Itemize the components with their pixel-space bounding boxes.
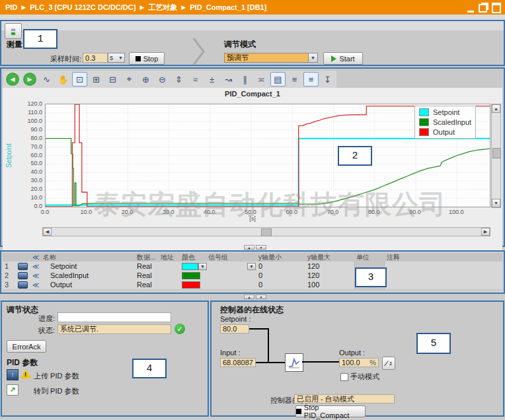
curve-ymin[interactable]: 0 (256, 262, 305, 271)
chart-horizontal-scrollbar[interactable]: ◀ ▶ (42, 227, 490, 236)
forward-icon[interactable]: ▶ (23, 73, 36, 86)
curve-marks-icon[interactable]: ↝ (221, 72, 236, 87)
error-ack-button[interactable]: ErrorAck (7, 340, 46, 353)
monitor-glasses-icon: ≪ (32, 272, 38, 279)
setpoint-field[interactable]: 80.0 (220, 324, 249, 333)
ruler-values-icon[interactable]: ± (204, 72, 219, 87)
vertical-rulers-icon[interactable]: ∥ (237, 72, 252, 87)
curve-ymax[interactable]: 120 (305, 271, 354, 280)
splitter-expand-down-button[interactable]: ▼ (256, 295, 266, 299)
vertical-scroll-thumb[interactable] (492, 148, 501, 158)
y-tick-label: 50.0 (22, 160, 42, 166)
output-field[interactable]: 100.0 % (339, 358, 379, 367)
col-header-color[interactable]: 颜色 (180, 253, 206, 262)
sampling-unit-value: s (110, 54, 113, 61)
progress-label: 进度: (28, 314, 55, 324)
curve-color-swatch[interactable] (182, 272, 200, 279)
tag-icon (18, 281, 28, 289)
status-field: 系统已调节. (58, 324, 171, 334)
align-left-icon[interactable]: ≡ (287, 72, 302, 87)
measurement-stop-button[interactable]: Stop (129, 52, 165, 65)
signal-line (249, 328, 269, 330)
monitor-toggle-button[interactable]: ∞ (5, 23, 22, 39)
horizontal-rulers-icon[interactable]: ≍ (254, 72, 269, 87)
zoom-original-icon[interactable]: ⌖ (122, 72, 137, 87)
manual-mode-checkbox[interactable] (340, 373, 348, 381)
signal-group-dropdown-button[interactable]: ▼ (247, 263, 256, 270)
align-right-icon[interactable]: ≡ (303, 72, 319, 87)
col-header-datatype[interactable]: 数据... (135, 253, 159, 262)
scroll-right-button[interactable]: ▶ (481, 228, 490, 236)
col-header-name[interactable]: 名称 (41, 253, 135, 262)
tuning-mode-select[interactable]: 预调节 (224, 53, 309, 63)
fit-vertical-icon[interactable]: ⇕ (171, 72, 186, 87)
breadcrumb-item-plc[interactable]: PLC_3 [CPU 1212C DC/DC/DC] (30, 3, 136, 11)
maximize-icon[interactable] (492, 3, 501, 13)
curve-ymin[interactable]: 0 (256, 271, 305, 280)
monitor-glasses-icon: ≪ (32, 281, 38, 289)
curve-color-swatch[interactable] (182, 281, 200, 289)
legend-swatch (419, 128, 429, 136)
col-header-signal-group[interactable]: 信号组 (206, 253, 256, 262)
splitter-collapse-up-button[interactable]: ▲ (244, 245, 254, 250)
curve-ymin[interactable]: 0 (256, 280, 305, 289)
callout-5: 5 (416, 333, 451, 354)
table-row[interactable]: 2 ≪ ScaledInput Real 0 120 (3, 271, 502, 281)
zoom-select-icon[interactable]: ⊡ (72, 72, 87, 87)
curve-ymax[interactable]: 120 (305, 262, 354, 271)
table-row[interactable]: 3 ≪ Output Real 0 100 (3, 280, 502, 290)
minimize-icon[interactable] (467, 4, 474, 13)
tuning-mode-value: 预调节 (227, 53, 249, 63)
horizontal-scroll-thumb[interactable] (261, 228, 272, 236)
goto-pid-params-label[interactable]: 转到 PID 参数 (34, 386, 79, 396)
col-header-comment[interactable]: 注释 (385, 253, 504, 262)
fit-curves-icon[interactable]: ≈ (188, 72, 203, 87)
col-header-ymax[interactable]: y轴最大 (305, 253, 354, 262)
splitter-expand-down-button[interactable]: ▼ (256, 245, 266, 250)
curve-name: ScaledInput (41, 271, 135, 280)
controller-status-heading: 控制器的在线状态 (220, 304, 284, 316)
measure-heading: 测量 (7, 39, 22, 50)
zoom-in-icon[interactable]: ⊕ (138, 72, 153, 87)
row-number: 3 (3, 280, 15, 289)
curve-ymax[interactable]: 100 (305, 280, 354, 289)
goto-pid-params-icon[interactable]: ↗ (7, 384, 19, 396)
zoom-out-icon[interactable]: ⊖ (155, 72, 170, 87)
col-header-address[interactable]: 地址 (159, 253, 180, 262)
tuning-mode-dropdown-button[interactable]: ▼ (308, 53, 318, 63)
commissioning-panel: ∞ 1 测量 采样时间: 0.3 s ▼ Stop 调节模式 预调节 ▼ Sta… (0, 20, 505, 66)
splitter-collapse-up-button[interactable]: ▲ (244, 295, 254, 299)
sampling-unit-select[interactable]: s ▼ (108, 53, 125, 63)
manual-mode-label: 手动模式 (350, 372, 379, 382)
curve-color-swatch[interactable] (182, 263, 198, 270)
table-row[interactable]: 1 ≪ Setpoint Real ▼ ▼ 0 120 (3, 262, 502, 271)
restore-icon[interactable] (479, 4, 487, 13)
pan-icon[interactable]: ✋ (56, 72, 71, 87)
breadcrumb-item-pid[interactable]: PID (5, 3, 17, 11)
tuning-start-button[interactable]: Start (323, 52, 363, 65)
scroll-down-button[interactable]: ▼ (492, 199, 500, 207)
legend-icon[interactable]: ▤ (270, 72, 286, 87)
scroll-left-button[interactable]: ◀ (43, 228, 52, 236)
breadcrumb-item-pid-compact[interactable]: PID_Compact_1 [DB1] (190, 3, 266, 11)
zoom-area-icon[interactable]: ⊞ (89, 72, 104, 87)
green-check-icon: ✓ (175, 324, 185, 334)
back-icon[interactable]: ◀ (6, 73, 19, 86)
zoom-dynamic-icon[interactable]: ⊟ (105, 72, 120, 87)
chart-vertical-scrollbar[interactable]: ▲ ▼ (491, 104, 501, 208)
breadcrumb-item-tech-object[interactable]: 工艺对象 (148, 3, 177, 13)
legend-entry: Output (419, 128, 471, 136)
col-header-unit[interactable]: 单位 (354, 253, 385, 262)
upload-pid-params-icon[interactable]: ↑ (7, 369, 19, 380)
sampling-time-input[interactable]: 0.3 (83, 53, 108, 63)
stop-pid-compact-button[interactable]: Stop PID_Compact (295, 405, 366, 417)
col-header-ymin[interactable]: y轴最小 (256, 253, 305, 262)
color-dropdown-button[interactable]: ▼ (198, 263, 207, 270)
manual-value-button[interactable]: ∕1 (382, 357, 395, 370)
scroll-up-button[interactable]: ▲ (492, 104, 500, 113)
y-tick-label: 40.0 (22, 168, 42, 175)
curve-name: Setpoint (41, 262, 135, 271)
export-icon[interactable]: ↧ (320, 72, 335, 87)
measure-curve-icon[interactable]: ∿ (39, 72, 54, 87)
upload-pid-params-label[interactable]: 上传 PID 参数 (34, 371, 79, 381)
